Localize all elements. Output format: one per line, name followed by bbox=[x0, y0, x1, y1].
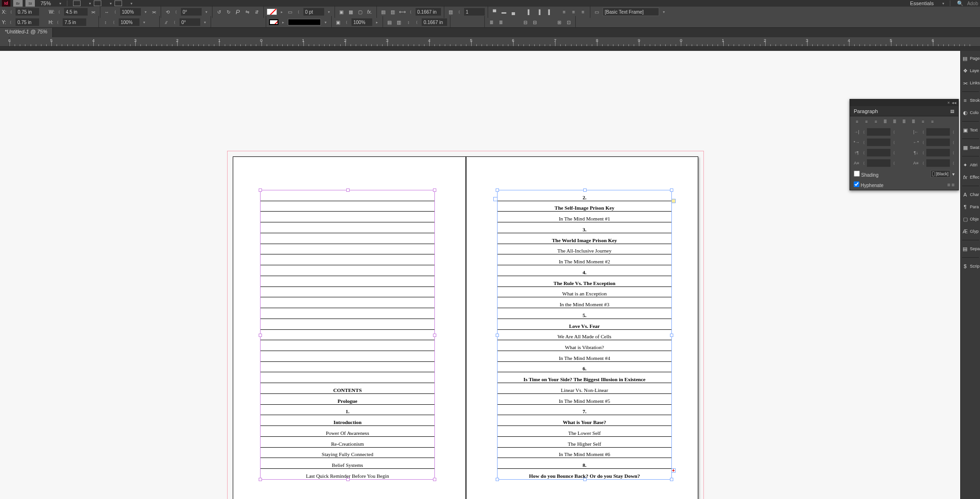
dock-swatches[interactable]: ▦Swat bbox=[961, 142, 980, 153]
dock-object[interactable]: ▢Obje bbox=[961, 213, 980, 225]
balance-columns2-icon[interactable]: ≣ bbox=[497, 18, 505, 26]
align-center-icon[interactable]: ≡ bbox=[862, 118, 871, 125]
vert-justify-center-icon[interactable]: ▥ bbox=[389, 8, 397, 16]
text-frame-right[interactable]: 2.The Self-Image Prison KeyIn The Mind M… bbox=[497, 190, 672, 480]
stroke-swatch-icon[interactable] bbox=[269, 19, 278, 25]
scale-y-input[interactable] bbox=[119, 18, 139, 26]
rotate-ccw-icon[interactable]: ↺ bbox=[215, 8, 223, 16]
dock-attributes[interactable]: ✦Attri bbox=[961, 159, 980, 171]
shear-input[interactable] bbox=[180, 18, 200, 26]
left-indent-input[interactable] bbox=[867, 128, 890, 136]
arrange-docs-icon[interactable] bbox=[114, 0, 122, 6]
constrain-scale-icon[interactable]: ⫘ bbox=[150, 8, 158, 16]
last-line-indent-input[interactable] bbox=[926, 139, 950, 146]
form-icon[interactable]: ▭ bbox=[593, 8, 601, 16]
frame-handle[interactable] bbox=[496, 188, 499, 192]
fx-icon[interactable]: fx. bbox=[366, 8, 374, 16]
space-after-input[interactable] bbox=[926, 149, 950, 156]
frame-handle[interactable] bbox=[583, 478, 587, 481]
search-icon[interactable]: 🔍 bbox=[956, 0, 964, 7]
hyphenate-checkbox[interactable] bbox=[854, 181, 859, 187]
zoom-dropdown-icon[interactable]: ▾ bbox=[59, 1, 61, 6]
justify-right-icon[interactable]: ≣ bbox=[900, 118, 908, 125]
workspace-switcher[interactable]: Essentials bbox=[910, 0, 934, 6]
character-panel-icon[interactable]: P bbox=[234, 8, 242, 16]
shading-swatch[interactable]: [Black] bbox=[931, 170, 950, 178]
panel-collapse-icon[interactable]: ◂◂ bbox=[952, 100, 956, 105]
frame-handle[interactable] bbox=[496, 478, 499, 481]
align-right-icon[interactable]: ▐ bbox=[545, 8, 552, 16]
fit-content-icon[interactable]: ▣ bbox=[335, 18, 342, 26]
columns-input[interactable] bbox=[464, 8, 485, 16]
frame-handle[interactable] bbox=[259, 478, 262, 481]
text-inport[interactable] bbox=[493, 197, 498, 201]
screen-mode-icon[interactable] bbox=[94, 0, 101, 6]
drop-cap-chars-input[interactable] bbox=[926, 159, 950, 167]
align-left-icon[interactable]: ▌ bbox=[526, 8, 533, 16]
frame-handle[interactable] bbox=[583, 188, 587, 192]
frame-handle[interactable] bbox=[496, 334, 499, 337]
w-input[interactable] bbox=[64, 8, 88, 16]
align-right-icon[interactable]: ≡ bbox=[872, 118, 880, 125]
gap-h-input[interactable] bbox=[422, 18, 447, 26]
frame-handle[interactable] bbox=[670, 188, 673, 192]
dock-textwrap[interactable]: ▣Text bbox=[961, 124, 980, 136]
do-not-align-baseline-icon[interactable]: ≡ bbox=[947, 182, 950, 188]
dist-top-icon[interactable]: ≡ bbox=[561, 8, 568, 16]
vert-justify-top-icon[interactable]: ▤ bbox=[380, 8, 387, 16]
key-obj-icon[interactable]: ⊞ bbox=[555, 18, 563, 26]
paragraph-tab-label[interactable]: Paragraph bbox=[854, 108, 878, 114]
first-line-indent-input[interactable] bbox=[867, 139, 890, 146]
y-input[interactable] bbox=[16, 18, 39, 26]
align-top-icon[interactable]: ▀ bbox=[491, 8, 498, 16]
dock-separations[interactable]: ▤Sepa bbox=[961, 243, 980, 254]
vj-bottom-icon[interactable]: ▤ bbox=[386, 18, 393, 26]
align-away-spine-icon[interactable]: ≡ bbox=[928, 118, 937, 125]
gap-w-input[interactable] bbox=[416, 8, 441, 16]
shading-checkbox[interactable] bbox=[854, 171, 860, 177]
text-wrap-bbox-icon[interactable]: ▦ bbox=[347, 8, 355, 16]
dock-pages[interactable]: ▤Page bbox=[961, 53, 980, 64]
frame-handle[interactable] bbox=[259, 334, 262, 337]
stock-icon[interactable]: St bbox=[25, 0, 35, 7]
dist-bottom-icon[interactable]: ≡ bbox=[580, 8, 587, 16]
frame-handle[interactable] bbox=[670, 478, 673, 481]
justify-center-icon[interactable]: ≣ bbox=[890, 118, 899, 125]
text-outport-overset[interactable] bbox=[671, 468, 676, 473]
fill-swatch-icon[interactable] bbox=[267, 8, 277, 15]
zoom-level[interactable]: 75% bbox=[41, 0, 51, 6]
dock-layers[interactable]: ❖Laye bbox=[961, 65, 980, 76]
corner-options-icon[interactable]: ▢ bbox=[357, 8, 364, 16]
justify-all-icon[interactable]: ≣ bbox=[909, 118, 918, 125]
flip-v-icon[interactable]: ⇵ bbox=[253, 8, 261, 16]
align-vcenter-icon[interactable]: ▬ bbox=[500, 8, 508, 16]
paragraph-panel[interactable]: × ◂◂ Paragraph ▤ ≡ ≡ ≡ ≣ ≣ ≣ ≣ ≡ ≡ →|⟨⟨ … bbox=[849, 99, 959, 190]
frame-handle[interactable] bbox=[346, 188, 350, 192]
canvas[interactable]: CONTENTSPrologue1.IntroductionPower Of A… bbox=[0, 51, 960, 499]
justify-left-icon[interactable]: ≣ bbox=[881, 118, 890, 125]
align-baseline-icon[interactable]: ≡ bbox=[952, 182, 955, 188]
rotate-input[interactable] bbox=[181, 8, 202, 16]
dock-glyphs[interactable]: ÆGlyp bbox=[961, 226, 980, 237]
text-wrap-none-icon[interactable]: ▣ bbox=[338, 8, 345, 16]
frame-handle[interactable] bbox=[433, 188, 436, 192]
h-input[interactable] bbox=[63, 18, 86, 26]
flip-h-icon[interactable]: ⇋ bbox=[244, 8, 251, 16]
dock-character[interactable]: AChar bbox=[961, 189, 980, 200]
vj-justify-icon[interactable]: ▥ bbox=[395, 18, 403, 26]
frame-handle[interactable] bbox=[433, 478, 436, 481]
x-input[interactable] bbox=[16, 8, 39, 16]
align-to-icon[interactable]: ⊡ bbox=[565, 18, 572, 26]
panel-close-icon[interactable]: × bbox=[947, 100, 950, 105]
dist-vcenter-icon[interactable]: ≡ bbox=[570, 8, 578, 16]
object-style-select[interactable] bbox=[603, 8, 659, 16]
align-left-icon[interactable]: ≡ bbox=[853, 118, 861, 125]
frame-handle[interactable] bbox=[670, 334, 673, 337]
stroke-weight-input[interactable] bbox=[303, 8, 324, 16]
scale-x-input[interactable] bbox=[120, 8, 141, 16]
space-before-input[interactable] bbox=[867, 149, 890, 156]
text-frame-left[interactable]: CONTENTSPrologue1.IntroductionPower Of A… bbox=[260, 190, 435, 480]
panel-menu-icon[interactable]: ▤ bbox=[950, 109, 955, 114]
dock-effects[interactable]: fxEffec bbox=[961, 172, 980, 183]
dock-scripts[interactable]: $Scrip bbox=[961, 261, 980, 272]
